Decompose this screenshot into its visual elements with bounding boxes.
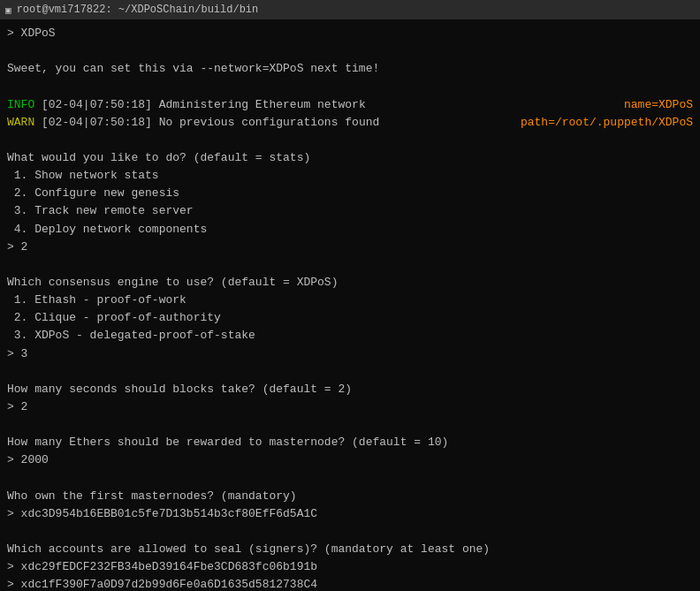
terminal-line: Sweet, you can set this via --network=XD… [7, 60, 693, 78]
blank-line [7, 256, 693, 274]
terminal-line: 3. Track new remote server [7, 202, 693, 220]
blank-line [7, 363, 693, 381]
terminal-window: ▣ root@vmi717822: ~/XDPoSChain/build/bin… [0, 0, 700, 591]
info-line-right: name=XDPoS [606, 96, 693, 114]
terminal-line: 1. Show network stats [7, 167, 693, 185]
terminal-line: 3. XDPoS - delegated-proof-of-stake [7, 327, 693, 345]
prompt-line: > xdc1fF390F7a0D97d2b99d6Fe0a6D1635d5812… [7, 576, 693, 591]
blank-line [7, 523, 693, 541]
terminal-icon: ▣ [5, 4, 11, 16]
prompt-line: > XDPoS [7, 25, 693, 42]
prompt-line: > xdc29fEDCF232FB34beD39164Fbe3CD683fc06… [7, 558, 693, 576]
terminal-content[interactable]: > XDPoS Sweet, you can set this via --ne… [0, 19, 700, 591]
prompt-line: > 2 [7, 239, 693, 256]
blank-line [7, 132, 693, 149]
terminal-line: How many seconds should blocks take? (de… [7, 381, 693, 398]
prompt-line: > 3 [7, 345, 693, 363]
blank-line [7, 470, 693, 488]
info-line: INFO [02-04|07:50:18] Administering Ethe… [7, 96, 693, 114]
terminal-line: 4. Deploy network components [7, 221, 693, 239]
terminal-line: Which accounts are allowed to seal (sign… [7, 541, 693, 558]
terminal-line: 2. Clique - proof-of-authority [7, 309, 693, 327]
title-bar-text: root@vmi717822: ~/XDPoSChain/build/bin [17, 4, 259, 16]
info-line-left: INFO [02-04|07:50:18] Administering Ethe… [7, 96, 366, 114]
warn-line-left: WARN [02-04|07:50:18] No previous config… [7, 114, 379, 132]
terminal-line: Which consensus engine to use? (default … [7, 274, 693, 292]
terminal-line: 2. Configure new genesis [7, 185, 693, 202]
terminal-line: What would you like to do? (default = st… [7, 149, 693, 167]
blank-line [7, 78, 693, 95]
terminal-line: 1. Ethash - proof-of-work [7, 292, 693, 309]
terminal-line: How many Ethers should be rewarded to ma… [7, 434, 693, 451]
warn-line-right: path=/root/.puppeth/XDPoS [503, 114, 693, 132]
prompt-line: > 2000 [7, 451, 693, 469]
prompt-line: > 2 [7, 398, 693, 416]
warn-line: WARN [02-04|07:50:18] No previous config… [7, 114, 693, 132]
terminal-line: Who own the first masternodes? (mandator… [7, 488, 693, 505]
prompt-line: > xdc3D954b16EBB01c5fe7D13b514b3cf80EfF6… [7, 505, 693, 523]
title-bar: ▣ root@vmi717822: ~/XDPoSChain/build/bin [0, 0, 700, 19]
blank-line [7, 416, 693, 434]
blank-line [7, 42, 693, 60]
